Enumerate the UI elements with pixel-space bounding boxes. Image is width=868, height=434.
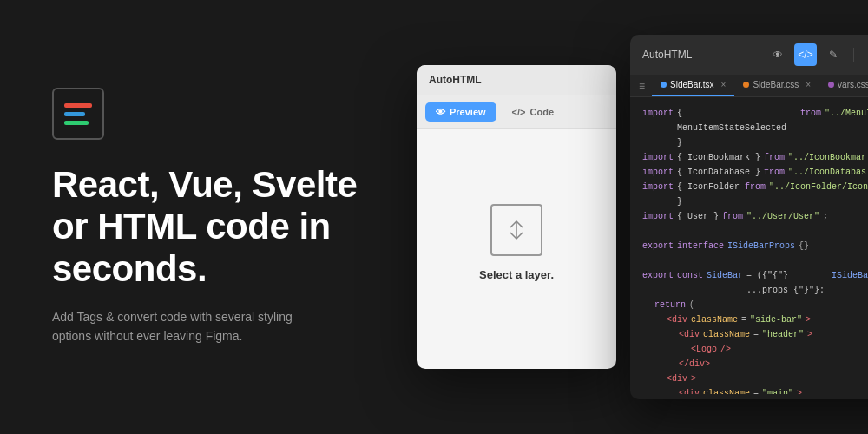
logo-line-green bbox=[64, 121, 89, 125]
code-line-14: <div className="main"> bbox=[642, 386, 868, 394]
tab-close-tsx[interactable]: × bbox=[721, 80, 727, 89]
right-panel: AutoHTML 👁 Preview </> Code Select a lay… bbox=[417, 0, 868, 434]
tab-dot-css bbox=[743, 82, 749, 88]
tab-dot-vars bbox=[828, 82, 834, 88]
code-line-13: <div> bbox=[642, 372, 868, 386]
eye-toolbar-icon[interactable]: 👁 bbox=[766, 43, 789, 66]
divider bbox=[853, 48, 854, 62]
code-line-blank2 bbox=[642, 253, 868, 268]
code-tab-sidebar-css[interactable]: SideBar.css × bbox=[734, 75, 819, 96]
code-tab-vars-css[interactable]: vars.css × bbox=[819, 75, 868, 96]
tab-label-tsx: SideBar.tsx bbox=[670, 80, 714, 89]
subtext: Add Tags & convert code with several sty… bbox=[52, 307, 321, 346]
code-icon: </> bbox=[512, 107, 526, 117]
code-line-7: export const SideBar = ({"{"} ...props {… bbox=[642, 268, 868, 298]
code-line-11: <Logo /> bbox=[642, 342, 868, 357]
code-line-12: </div> bbox=[642, 357, 868, 372]
code-line-10: <div className="header"> bbox=[642, 327, 868, 342]
logo-line-red bbox=[64, 103, 92, 108]
code-line-2: import { IconBookmark } from "../IconBoo… bbox=[642, 150, 868, 165]
code-window: AutoHTML 👁 </> ✎ ? ⚙ ≡ SideBar.tsx × Sid… bbox=[630, 35, 868, 399]
code-line-8: return ( bbox=[642, 298, 868, 312]
preview-body: Select a layer. bbox=[417, 129, 616, 355]
select-layer-text: Select a layer. bbox=[479, 268, 554, 281]
help-toolbar-icon[interactable]: ? bbox=[863, 43, 868, 66]
tab-dot-tsx bbox=[661, 82, 667, 88]
tab-close-css[interactable]: × bbox=[806, 80, 811, 89]
tab-preview-label: Preview bbox=[450, 107, 486, 117]
code-tabs-bar: ≡ SideBar.tsx × SideBar.css × vars.css × bbox=[630, 75, 868, 97]
code-line-blank1 bbox=[642, 224, 868, 239]
code-window-header: AutoHTML 👁 </> ✎ ? ⚙ bbox=[630, 35, 868, 75]
left-panel: React, Vue, Svelte or HTML code in secon… bbox=[0, 36, 417, 398]
preview-window: AutoHTML 👁 Preview </> Code Select a lay… bbox=[417, 65, 616, 369]
code-toolbar: 👁 </> ✎ ? ⚙ bbox=[766, 43, 868, 66]
code-tab-sidebar-tsx[interactable]: SideBar.tsx × bbox=[652, 75, 734, 96]
tab-code-label: Code bbox=[530, 107, 555, 117]
tab-preview[interactable]: 👁 Preview bbox=[425, 102, 496, 122]
tab-label-css: SideBar.css bbox=[753, 80, 799, 89]
eye-icon: 👁 bbox=[436, 107, 445, 117]
logo-line-blue bbox=[64, 112, 85, 116]
tab-label-vars: vars.css bbox=[838, 80, 868, 89]
code-line-5: import { User } from "../User/User"; bbox=[642, 209, 868, 224]
code-line-3: import { IconDatabase } from "../IconDat… bbox=[642, 165, 868, 180]
code-line-4: import { IconFolder } from "../IconFolde… bbox=[642, 180, 868, 209]
edit-toolbar-icon[interactable]: ✎ bbox=[822, 43, 845, 66]
code-line-6: export interface ISideBarProps {} bbox=[642, 239, 868, 253]
preview-header: AutoHTML bbox=[417, 65, 616, 95]
menu-icon: ≡ bbox=[639, 80, 645, 92]
code-toolbar-icon[interactable]: </> bbox=[794, 43, 817, 66]
code-line-9: <div className="side-bar"> bbox=[642, 312, 868, 327]
tab-code[interactable]: </> Code bbox=[502, 102, 564, 122]
preview-tabs: 👁 Preview </> Code bbox=[417, 95, 616, 129]
code-line-1: import { MenuItemStateSelected } from ".… bbox=[642, 106, 868, 150]
logo-lines bbox=[64, 103, 92, 125]
preview-title: AutoHTML bbox=[429, 74, 482, 86]
layer-select-icon bbox=[490, 204, 542, 256]
code-body: Copy import { MenuItemStateSelected } fr… bbox=[630, 97, 868, 394]
headline: React, Vue, Svelte or HTML code in secon… bbox=[52, 164, 365, 290]
code-window-title: AutoHTML bbox=[642, 49, 692, 61]
logo-icon bbox=[52, 88, 104, 140]
